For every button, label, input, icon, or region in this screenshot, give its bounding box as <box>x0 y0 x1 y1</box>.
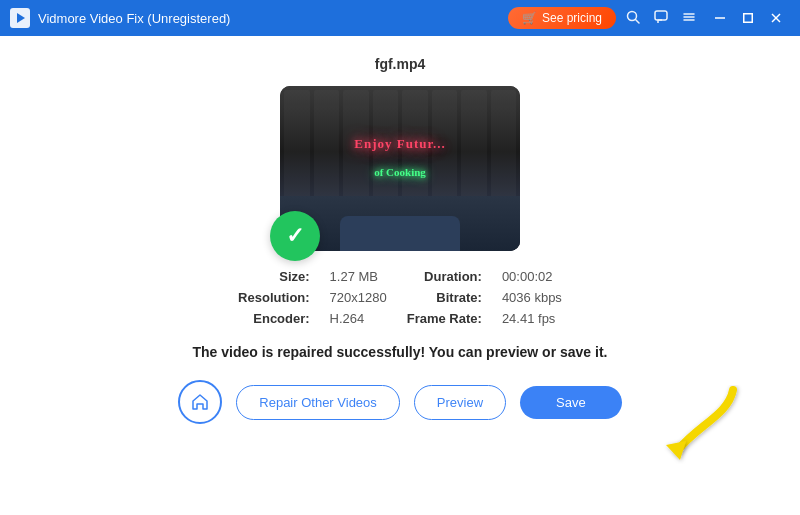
size-value: 1.27 MB <box>330 269 387 284</box>
file-name: fgf.mp4 <box>375 56 426 72</box>
chat-icon[interactable] <box>654 10 668 27</box>
encoder-value: H.264 <box>330 311 387 326</box>
see-pricing-button[interactable]: 🛒 See pricing <box>508 7 616 29</box>
bitrate-label: Bitrate: <box>407 290 482 305</box>
svg-rect-4 <box>655 11 667 20</box>
repair-other-videos-button[interactable]: Repair Other Videos <box>236 385 400 420</box>
main-content: fgf.mp4 Enjoy Futur... of Cooking ✓ Size… <box>0 36 800 515</box>
arrow-annotation <box>658 385 748 465</box>
buttons-row: Repair Other Videos Preview Save <box>178 380 621 424</box>
search-icon[interactable] <box>626 10 640 27</box>
title-bar: Vidmore Video Fix (Unregistered) 🛒 See p… <box>0 0 800 36</box>
resolution-label: Resolution: <box>238 290 310 305</box>
neon-sign-sub: of Cooking <box>374 166 426 178</box>
framerate-label: Frame Rate: <box>407 311 482 326</box>
duration-value: 00:00:02 <box>502 269 562 284</box>
app-title: Vidmore Video Fix (Unregistered) <box>38 11 508 26</box>
preview-button[interactable]: Preview <box>414 385 506 420</box>
maximize-button[interactable] <box>734 4 762 32</box>
success-checkmark: ✓ <box>270 211 320 261</box>
home-button[interactable] <box>178 380 222 424</box>
video-container: Enjoy Futur... of Cooking ✓ <box>280 86 520 251</box>
framerate-value: 24.41 fps <box>502 311 562 326</box>
save-button[interactable]: Save <box>520 386 622 419</box>
svg-line-3 <box>636 19 640 23</box>
window-controls <box>706 4 790 32</box>
file-info-table: Size: 1.27 MB Duration: 00:00:02 Resolut… <box>238 269 562 326</box>
sofa-shape <box>340 216 460 251</box>
see-pricing-label: See pricing <box>542 11 602 25</box>
bitrate-value: 4036 kbps <box>502 290 562 305</box>
size-label: Size: <box>238 269 310 284</box>
close-button[interactable] <box>762 4 790 32</box>
duration-label: Duration: <box>407 269 482 284</box>
success-message: The video is repaired successfully! You … <box>193 344 608 360</box>
app-logo <box>10 8 30 28</box>
resolution-value: 720x1280 <box>330 290 387 305</box>
menu-icon[interactable] <box>682 10 696 27</box>
cart-icon: 🛒 <box>522 11 537 25</box>
encoder-label: Encoder: <box>238 311 310 326</box>
svg-rect-9 <box>744 14 753 23</box>
neon-sign-main: Enjoy Futur... <box>354 136 446 152</box>
svg-marker-12 <box>666 441 686 460</box>
minimize-button[interactable] <box>706 4 734 32</box>
title-icons <box>626 10 696 27</box>
